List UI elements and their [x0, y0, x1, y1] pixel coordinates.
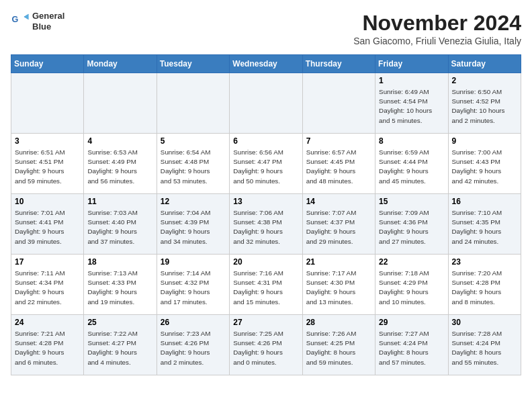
- calendar-cell: 5Sunrise: 6:54 AMSunset: 4:48 PMDaylight…: [157, 134, 229, 194]
- day-info: Sunrise: 6:49 AMSunset: 4:54 PMDaylight:…: [379, 87, 444, 126]
- day-info: Sunrise: 7:00 AMSunset: 4:43 PMDaylight:…: [452, 148, 517, 186]
- day-info: Sunrise: 7:07 AMSunset: 4:37 PMDaylight:…: [306, 208, 371, 246]
- svg-text:G: G: [11, 15, 18, 24]
- day-number: 27: [233, 318, 298, 327]
- calendar-cell: 26Sunrise: 7:23 AMSunset: 4:26 PMDayligh…: [157, 315, 229, 375]
- day-number: 8: [379, 136, 444, 146]
- logo-icon: G: [11, 12, 30, 31]
- day-info: Sunrise: 6:50 AMSunset: 4:52 PMDaylight:…: [452, 87, 517, 126]
- day-number: 4: [87, 136, 152, 146]
- day-number: 26: [161, 318, 226, 327]
- day-info: Sunrise: 7:11 AMSunset: 4:34 PMDaylight:…: [15, 269, 80, 307]
- calendar-cell: 17Sunrise: 7:11 AMSunset: 4:34 PMDayligh…: [11, 255, 84, 315]
- day-info: Sunrise: 7:06 AMSunset: 4:38 PMDaylight:…: [233, 208, 298, 246]
- calendar-cell: 9Sunrise: 7:00 AMSunset: 4:43 PMDaylight…: [448, 134, 521, 194]
- subtitle: San Giacomo, Friuli Venezia Giulia, Ital…: [353, 36, 521, 46]
- calendar-cell: 4Sunrise: 6:53 AMSunset: 4:49 PMDaylight…: [84, 134, 157, 194]
- weekday-header-wednesday: Wednesday: [230, 55, 302, 73]
- day-number: 20: [233, 257, 298, 267]
- day-number: 18: [87, 257, 152, 267]
- day-number: 3: [15, 136, 80, 146]
- day-info: Sunrise: 7:09 AMSunset: 4:36 PMDaylight:…: [379, 208, 444, 246]
- day-info: Sunrise: 7:14 AMSunset: 4:32 PMDaylight:…: [161, 269, 226, 307]
- calendar-cell: [11, 73, 84, 134]
- logo: G General Blue: [11, 11, 64, 32]
- day-info: Sunrise: 7:03 AMSunset: 4:40 PMDaylight:…: [87, 208, 152, 246]
- day-info: Sunrise: 7:21 AMSunset: 4:28 PMDaylight:…: [15, 329, 80, 367]
- day-number: 12: [161, 197, 226, 206]
- day-info: Sunrise: 7:16 AMSunset: 4:31 PMDaylight:…: [233, 269, 298, 307]
- calendar-cell: 21Sunrise: 7:17 AMSunset: 4:30 PMDayligh…: [302, 255, 375, 315]
- calendar-cell: 11Sunrise: 7:03 AMSunset: 4:40 PMDayligh…: [84, 194, 157, 255]
- day-number: 25: [87, 318, 152, 327]
- day-number: 13: [233, 197, 298, 206]
- day-number: 29: [379, 318, 444, 327]
- weekday-header-monday: Monday: [84, 55, 157, 73]
- day-number: 7: [306, 136, 371, 146]
- day-number: 10: [15, 197, 80, 206]
- calendar-table: SundayMondayTuesdayWednesdayThursdayFrid…: [11, 54, 521, 375]
- day-number: 30: [452, 318, 517, 327]
- day-info: Sunrise: 6:54 AMSunset: 4:48 PMDaylight:…: [161, 148, 226, 186]
- logo-line2: Blue: [32, 21, 64, 32]
- day-number: 22: [379, 257, 444, 267]
- weekday-header-tuesday: Tuesday: [157, 55, 229, 73]
- week-row-3: 10Sunrise: 7:01 AMSunset: 4:41 PMDayligh…: [11, 194, 521, 255]
- main-title: November 2024: [353, 11, 521, 36]
- day-number: 2: [452, 76, 517, 85]
- calendar-cell: [84, 73, 157, 134]
- day-number: 16: [452, 197, 517, 206]
- day-info: Sunrise: 7:26 AMSunset: 4:25 PMDaylight:…: [306, 329, 371, 367]
- weekday-header-sunday: Sunday: [11, 55, 84, 73]
- weekday-header-thursday: Thursday: [302, 55, 375, 73]
- calendar-cell: 10Sunrise: 7:01 AMSunset: 4:41 PMDayligh…: [11, 194, 84, 255]
- day-info: Sunrise: 7:28 AMSunset: 4:24 PMDaylight:…: [452, 329, 517, 367]
- logo-line1: General: [32, 11, 64, 21]
- day-info: Sunrise: 7:25 AMSunset: 4:26 PMDaylight:…: [233, 329, 298, 367]
- calendar-cell: [157, 73, 229, 134]
- calendar-cell: 25Sunrise: 7:22 AMSunset: 4:27 PMDayligh…: [84, 315, 157, 375]
- day-number: 15: [379, 197, 444, 206]
- day-info: Sunrise: 7:27 AMSunset: 4:24 PMDaylight:…: [379, 329, 444, 367]
- weekday-header-row: SundayMondayTuesdayWednesdayThursdayFrid…: [11, 55, 521, 73]
- day-number: 17: [15, 257, 80, 267]
- day-number: 24: [15, 318, 80, 327]
- calendar-cell: 24Sunrise: 7:21 AMSunset: 4:28 PMDayligh…: [11, 315, 84, 375]
- week-row-4: 17Sunrise: 7:11 AMSunset: 4:34 PMDayligh…: [11, 255, 521, 315]
- calendar-cell: 29Sunrise: 7:27 AMSunset: 4:24 PMDayligh…: [375, 315, 448, 375]
- calendar-cell: 15Sunrise: 7:09 AMSunset: 4:36 PMDayligh…: [375, 194, 448, 255]
- week-row-5: 24Sunrise: 7:21 AMSunset: 4:28 PMDayligh…: [11, 315, 521, 375]
- day-number: 11: [87, 197, 152, 206]
- day-info: Sunrise: 7:18 AMSunset: 4:29 PMDaylight:…: [379, 269, 444, 307]
- weekday-header-saturday: Saturday: [448, 55, 521, 73]
- calendar-cell: 3Sunrise: 6:51 AMSunset: 4:51 PMDaylight…: [11, 134, 84, 194]
- calendar-cell: [230, 73, 302, 134]
- day-info: Sunrise: 7:10 AMSunset: 4:35 PMDaylight:…: [452, 208, 517, 246]
- day-number: 14: [306, 197, 371, 206]
- calendar-body: 1Sunrise: 6:49 AMSunset: 4:54 PMDaylight…: [11, 73, 521, 375]
- day-info: Sunrise: 7:17 AMSunset: 4:30 PMDaylight:…: [306, 269, 371, 307]
- day-info: Sunrise: 6:57 AMSunset: 4:45 PMDaylight:…: [306, 148, 371, 186]
- calendar-header: SundayMondayTuesdayWednesdayThursdayFrid…: [11, 55, 521, 73]
- weekday-header-friday: Friday: [375, 55, 448, 73]
- week-row-1: 1Sunrise: 6:49 AMSunset: 4:54 PMDaylight…: [11, 73, 521, 134]
- calendar-cell: 27Sunrise: 7:25 AMSunset: 4:26 PMDayligh…: [230, 315, 302, 375]
- calendar-cell: 22Sunrise: 7:18 AMSunset: 4:29 PMDayligh…: [375, 255, 448, 315]
- day-info: Sunrise: 7:23 AMSunset: 4:26 PMDaylight:…: [161, 329, 226, 367]
- day-number: 1: [379, 76, 444, 85]
- week-row-2: 3Sunrise: 6:51 AMSunset: 4:51 PMDaylight…: [11, 134, 521, 194]
- calendar-cell: 28Sunrise: 7:26 AMSunset: 4:25 PMDayligh…: [302, 315, 375, 375]
- calendar-cell: 20Sunrise: 7:16 AMSunset: 4:31 PMDayligh…: [230, 255, 302, 315]
- calendar-cell: 19Sunrise: 7:14 AMSunset: 4:32 PMDayligh…: [157, 255, 229, 315]
- calendar-cell: 8Sunrise: 6:59 AMSunset: 4:44 PMDaylight…: [375, 134, 448, 194]
- day-number: 19: [161, 257, 226, 267]
- day-info: Sunrise: 6:59 AMSunset: 4:44 PMDaylight:…: [379, 148, 444, 186]
- day-number: 9: [452, 136, 517, 146]
- svg-marker-2: [24, 13, 29, 19]
- day-info: Sunrise: 7:01 AMSunset: 4:41 PMDaylight:…: [15, 208, 80, 246]
- day-info: Sunrise: 7:20 AMSunset: 4:28 PMDaylight:…: [452, 269, 517, 307]
- header: G General Blue November 2024 San Giacomo…: [11, 11, 521, 46]
- calendar-cell: 16Sunrise: 7:10 AMSunset: 4:35 PMDayligh…: [448, 194, 521, 255]
- calendar-cell: 12Sunrise: 7:04 AMSunset: 4:39 PMDayligh…: [157, 194, 229, 255]
- day-info: Sunrise: 7:22 AMSunset: 4:27 PMDaylight:…: [87, 329, 152, 367]
